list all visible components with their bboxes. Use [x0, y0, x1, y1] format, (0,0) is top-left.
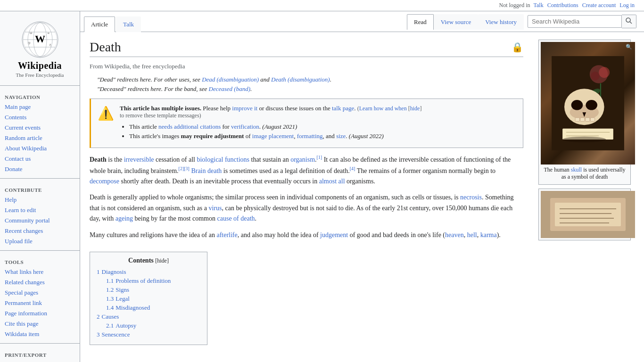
toc-link-signs[interactable]: 1.2Signs: [106, 286, 129, 293]
judgement-link[interactable]: judgement: [320, 231, 348, 239]
organism-link[interactable]: organism: [290, 156, 315, 163]
toc-link-problems-of-definition[interactable]: 1.1Problems of definition: [106, 277, 171, 284]
sidebar-item-random-article[interactable]: Random article: [0, 133, 80, 143]
virus-link[interactable]: virus: [208, 205, 222, 212]
skull-painting-svg: [550, 56, 626, 150]
second-image: [541, 191, 635, 238]
svg-text:字: 字: [28, 41, 31, 45]
sidebar-item-related-changes[interactable]: Related changes: [0, 277, 80, 288]
sidebar-item-contact-us[interactable]: Contact us: [0, 154, 80, 164]
almost-all-link[interactable]: almost all: [319, 178, 345, 185]
hell-link[interactable]: hell: [467, 231, 477, 239]
tab-talk[interactable]: Talk: [116, 16, 141, 32]
heaven-link[interactable]: heaven: [445, 231, 464, 239]
second-image-svg: [541, 191, 635, 238]
toc-link-autopsy[interactable]: 2.1Autopsy: [106, 322, 136, 329]
skull-link[interactable]: skull: [571, 166, 582, 173]
svg-rect-24: [575, 118, 579, 122]
notice-list: This article needs additional citations …: [120, 123, 516, 140]
death-disambiguation-link[interactable]: Death (disambiguation): [271, 76, 330, 83]
sidebar-item-wikidata-item[interactable]: Wikidata item: [0, 329, 80, 339]
top-bar: Not logged in Talk Contributions Create …: [0, 0, 644, 11]
svg-rect-27: [590, 118, 594, 122]
tab-read[interactable]: Read: [407, 14, 434, 30]
needs-citations-link[interactable]: needs additional citations: [158, 123, 221, 130]
sidebar-item-page-information[interactable]: Page information: [0, 308, 80, 319]
improve-it-link[interactable]: improve it: [232, 105, 257, 112]
article-paragraph-1: Death is the irreversible cessation of a…: [90, 154, 523, 187]
decompose-link[interactable]: decompose: [90, 178, 119, 185]
svg-point-31: [562, 137, 606, 142]
article-image-2: [538, 189, 631, 240]
sidebar-item-learn-to-edit[interactable]: Learn to edit: [0, 205, 80, 215]
create-account-link[interactable]: Create account: [582, 2, 616, 9]
notice-content: This article has multiple issues. Please…: [120, 105, 516, 142]
toc-item-1: 1Diagnosis: [97, 268, 200, 276]
notice-item-1: This article needs additional citations …: [129, 123, 516, 131]
sidebar-item-contents[interactable]: Contents: [0, 112, 80, 123]
ageing-link[interactable]: ageing: [116, 215, 133, 222]
svg-point-16: [599, 67, 610, 78]
site-subtitle: The Free Encyclopedia: [4, 72, 76, 78]
size-link[interactable]: size: [336, 132, 346, 140]
log-in-link[interactable]: Log in: [619, 2, 635, 9]
contents-box: Contents [hide] 1Diagnosis 1.1Problems o…: [90, 252, 207, 345]
search-button[interactable]: [622, 15, 636, 28]
search-input[interactable]: [528, 15, 622, 28]
biological-functions-link[interactable]: biological functions: [197, 156, 249, 163]
sidebar-item-cite-this-page[interactable]: Cite this page: [0, 319, 80, 329]
toc-item-3: 3Senescence: [97, 331, 200, 338]
toc-link-legal[interactable]: 1.3Legal: [106, 295, 130, 302]
sidebar-item-help[interactable]: Help: [0, 195, 80, 205]
contents-hide-link[interactable]: [hide]: [155, 257, 169, 264]
contributions-link[interactable]: Contributions: [547, 2, 578, 9]
talk-page-link[interactable]: talk page: [332, 105, 354, 112]
tools-header: Tools: [0, 255, 80, 267]
sidebar-item-main-page[interactable]: Main page: [0, 102, 80, 112]
article-paragraph-3: Many cultures and religions have the ide…: [90, 230, 523, 240]
toc-item-1-1: 1.1Problems of definition: [97, 277, 200, 285]
toc-link-misdiagnosed[interactable]: 1.4Misdiagnosed: [106, 304, 150, 311]
notice-icon: ⚠️: [98, 106, 114, 121]
toc-link-causes[interactable]: 2Causes: [97, 313, 119, 320]
toc-link-senescence[interactable]: 3Senescence: [97, 331, 130, 338]
svg-point-23: [586, 100, 597, 110]
karma-link[interactable]: karma: [480, 231, 497, 239]
deceased-band-link[interactable]: Deceased (band): [209, 85, 250, 92]
sidebar-item-permanent-link[interactable]: Permanent link: [0, 298, 80, 308]
tab-view-source[interactable]: View source: [434, 14, 479, 30]
irreversible-link[interactable]: irreversible: [124, 156, 154, 163]
necrosis-link[interactable]: necrosis: [460, 194, 482, 201]
sidebar: W Ω и 字 ع Wikipedia The Free Encyclopedi…: [0, 11, 80, 362]
sidebar-item-recent-changes[interactable]: Recent changes: [0, 226, 80, 236]
sidebar-item-community-portal[interactable]: Community portal: [0, 215, 80, 226]
image-placement-link[interactable]: image placement: [252, 132, 294, 140]
image-expand-icon[interactable]: 🔍: [626, 44, 632, 50]
svg-text:W: W: [35, 33, 45, 45]
hide-notice-button[interactable]: hide: [410, 105, 420, 112]
sidebar-item-what-links-here[interactable]: What links here: [0, 267, 80, 277]
cause-of-death-link[interactable]: cause of death: [217, 215, 255, 222]
svg-point-17: [591, 72, 599, 80]
formatting-link[interactable]: formatting: [297, 132, 323, 140]
notice-title: This article has multiple issues.: [120, 105, 201, 112]
afterlife-link[interactable]: afterlife: [216, 231, 237, 239]
sidebar-item-special-pages[interactable]: Special pages: [0, 288, 80, 298]
learn-how-link[interactable]: Learn how and when: [359, 105, 407, 112]
sidebar-item-upload-file[interactable]: Upload file: [0, 236, 80, 247]
toc-item-1-3: 1.3Legal: [97, 295, 200, 303]
dead-disambiguation-link[interactable]: Dead (disambiguation): [202, 76, 259, 83]
sidebar-contribute: Help Learn to edit Community portal Rece…: [0, 195, 80, 247]
sidebar-item-about-wikipedia[interactable]: About Wikipedia: [0, 143, 80, 154]
sidebar-item-donate[interactable]: Donate: [0, 164, 80, 174]
tab-view-history[interactable]: View history: [478, 14, 524, 30]
tab-article[interactable]: Article: [84, 16, 115, 32]
site-title[interactable]: Wikipedia: [4, 60, 76, 71]
brain-death-link[interactable]: Brain death: [191, 167, 222, 174]
sidebar-item-current-events[interactable]: Current events: [0, 123, 80, 133]
contribute-header: Contribute: [0, 182, 80, 195]
talk-link[interactable]: Talk: [534, 2, 544, 9]
sidebar-item-download-pdf[interactable]: Download as PDF: [0, 360, 80, 362]
toc-link-diagnosis[interactable]: 1Diagnosis: [97, 268, 126, 275]
verification-link[interactable]: verification: [231, 123, 259, 130]
